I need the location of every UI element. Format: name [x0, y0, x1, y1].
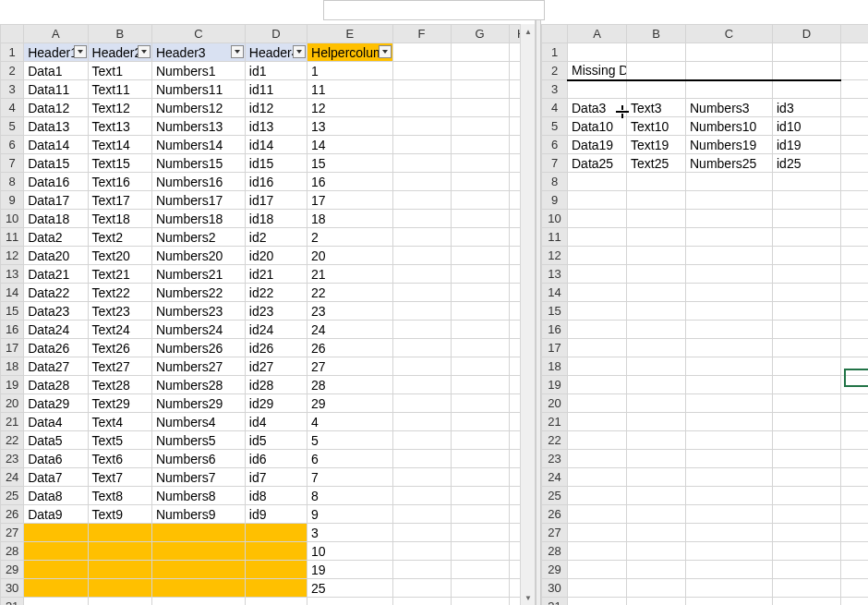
cell-G19[interactable]: [451, 376, 509, 394]
cell-F28[interactable]: [392, 542, 451, 561]
cell-right-D31[interactable]: [773, 598, 841, 606]
cell-F23[interactable]: [392, 450, 451, 468]
cell-D9[interactable]: id17: [245, 191, 307, 210]
cell-right-C3[interactable]: [686, 80, 773, 99]
cell-C2[interactable]: Numbers1: [151, 62, 245, 80]
row-header-right-6[interactable]: 6: [542, 136, 568, 154]
cell-right-B27[interactable]: [627, 524, 686, 542]
cell-D31[interactable]: [245, 598, 307, 606]
cell-G14[interactable]: [451, 284, 509, 302]
cell-F8[interactable]: [392, 173, 451, 191]
cell-A9[interactable]: Data17: [24, 191, 88, 210]
cell-F20[interactable]: [392, 394, 451, 413]
cell-right-D19[interactable]: [773, 376, 841, 394]
scroll-up-icon[interactable]: ▲: [521, 24, 536, 39]
cell-right-D26[interactable]: [773, 505, 841, 524]
cell-B10[interactable]: Text18: [88, 210, 151, 228]
row-header-right-9[interactable]: 9: [542, 191, 568, 210]
cell-F24[interactable]: [392, 468, 451, 487]
row-header-right-4[interactable]: 4: [542, 99, 568, 117]
cell-right-D3[interactable]: [773, 80, 841, 99]
cell-A1[interactable]: Header1: [24, 43, 88, 62]
cell-right-C10[interactable]: [686, 210, 773, 228]
cell-G17[interactable]: [451, 339, 509, 357]
cell-G29[interactable]: [451, 561, 509, 579]
cell-C17[interactable]: Numbers26: [151, 339, 245, 357]
cell-right-extra-30[interactable]: [841, 579, 869, 598]
cell-right-extra-13[interactable]: [841, 265, 869, 284]
cell-G27[interactable]: [451, 524, 509, 542]
cell-right-A24[interactable]: [568, 468, 627, 487]
cell-right-D2[interactable]: [773, 62, 841, 80]
row-header-right-26[interactable]: 26: [542, 505, 568, 524]
cell-right-B30[interactable]: [627, 579, 686, 598]
cell-C23[interactable]: Numbers6: [151, 450, 245, 468]
cell-right-B3[interactable]: [627, 80, 686, 99]
cell-right-C20[interactable]: [686, 394, 773, 413]
cell-D24[interactable]: id7: [245, 468, 307, 487]
cell-E25[interactable]: 8: [307, 487, 392, 505]
cell-B29[interactable]: [88, 561, 151, 579]
cell-A14[interactable]: Data22: [24, 284, 88, 302]
cell-E7[interactable]: 15: [307, 154, 392, 173]
cell-right-A4[interactable]: Data3: [568, 99, 627, 117]
vertical-scrollbar[interactable]: ▲ ▼: [520, 24, 535, 605]
row-header-7[interactable]: 7: [1, 154, 24, 173]
row-header-26[interactable]: 26: [1, 505, 24, 524]
cell-right-extra-21[interactable]: [841, 413, 869, 431]
cell-G18[interactable]: [451, 357, 509, 376]
cell-right-A16[interactable]: [568, 321, 627, 339]
row-header-8[interactable]: 8: [1, 173, 24, 191]
cell-right-A30[interactable]: [568, 579, 627, 598]
row-header-right-29[interactable]: 29: [542, 561, 568, 579]
row-header-9[interactable]: 9: [1, 191, 24, 210]
cell-F4[interactable]: [392, 99, 451, 117]
cell-right-A18[interactable]: [568, 357, 627, 376]
cell-right-C21[interactable]: [686, 413, 773, 431]
cell-right-D17[interactable]: [773, 339, 841, 357]
cell-right-C25[interactable]: [686, 487, 773, 505]
cell-C29[interactable]: [151, 561, 245, 579]
row-header-15[interactable]: 15: [1, 302, 24, 321]
cell-E19[interactable]: 28: [307, 376, 392, 394]
row-header-4[interactable]: 4: [1, 99, 24, 117]
cell-G13[interactable]: [451, 265, 509, 284]
cell-D8[interactable]: id16: [245, 173, 307, 191]
cell-right-D20[interactable]: [773, 394, 841, 413]
cell-right-B9[interactable]: [627, 191, 686, 210]
cell-A5[interactable]: Data13: [24, 117, 88, 136]
cell-right-extra-8[interactable]: [841, 173, 869, 191]
column-header-right-C[interactable]: C: [686, 25, 773, 43]
cell-right-B29[interactable]: [627, 561, 686, 579]
cell-B1[interactable]: Header2: [88, 43, 151, 62]
cell-right-C14[interactable]: [686, 284, 773, 302]
cell-D15[interactable]: id23: [245, 302, 307, 321]
cell-C3[interactable]: Numbers11: [151, 80, 245, 99]
cell-G7[interactable]: [451, 154, 509, 173]
cell-E10[interactable]: 18: [307, 210, 392, 228]
row-header-30[interactable]: 30: [1, 579, 24, 598]
left-sheet[interactable]: ABCDEFGH 1Header1Header2Header3Header4He…: [0, 24, 535, 605]
cell-right-C18[interactable]: [686, 357, 773, 376]
cell-right-D13[interactable]: [773, 265, 841, 284]
cell-right-C6[interactable]: Numbers19: [686, 136, 773, 154]
cell-right-B15[interactable]: [627, 302, 686, 321]
cell-C26[interactable]: Numbers9: [151, 505, 245, 524]
cell-F22[interactable]: [392, 431, 451, 450]
cell-E12[interactable]: 20: [307, 247, 392, 265]
cell-A10[interactable]: Data18: [24, 210, 88, 228]
cell-C31[interactable]: [151, 598, 245, 606]
row-header-2[interactable]: 2: [1, 62, 24, 80]
cell-E15[interactable]: 23: [307, 302, 392, 321]
cell-F21[interactable]: [392, 413, 451, 431]
row-header-right-21[interactable]: 21: [542, 413, 568, 431]
cell-E23[interactable]: 6: [307, 450, 392, 468]
cell-E28[interactable]: 10: [307, 542, 392, 561]
row-header-right-15[interactable]: 15: [542, 302, 568, 321]
cell-D26[interactable]: id9: [245, 505, 307, 524]
cell-E22[interactable]: 5: [307, 431, 392, 450]
cell-right-B31[interactable]: [627, 598, 686, 606]
row-header-1[interactable]: 1: [1, 43, 24, 62]
cell-right-extra-14[interactable]: [841, 284, 869, 302]
cell-E11[interactable]: 2: [307, 228, 392, 247]
